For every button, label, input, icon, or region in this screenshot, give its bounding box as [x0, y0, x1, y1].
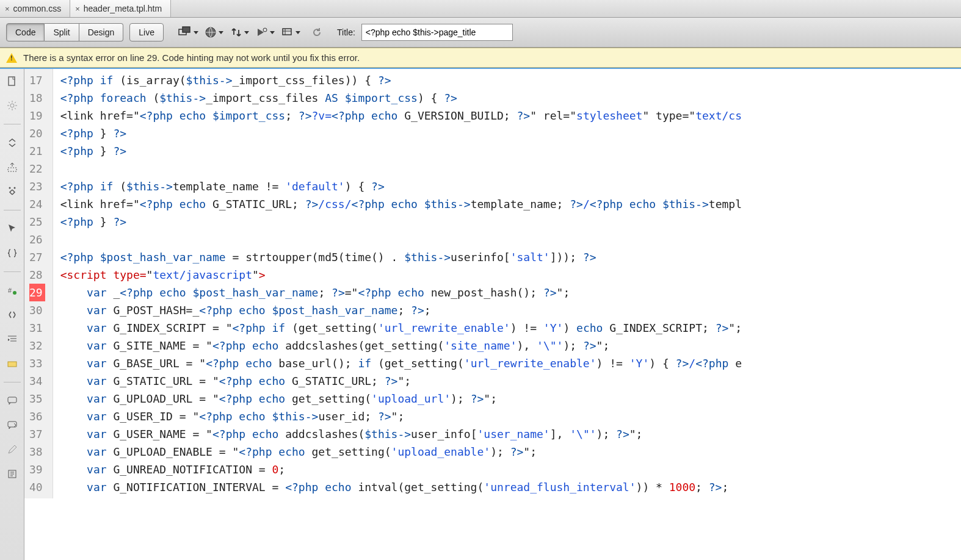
line-number: 20 [29, 124, 45, 142]
code-line[interactable]: <?php $post_hash_var_name = strtoupper(m… [60, 248, 961, 266]
svg-point-3 [263, 28, 267, 32]
line-number: 24 [29, 195, 45, 213]
line-number: 39 [29, 461, 45, 478]
close-icon[interactable]: × [5, 4, 10, 13]
tab-label: header_meta.tpl.htm [84, 4, 162, 13]
preview-icon[interactable] [254, 23, 277, 41]
code-line[interactable]: var G_UPLOAD_ENABLE = "<?php echo get_se… [60, 443, 961, 461]
line-number: 17 [29, 71, 45, 89]
main-area: # 17181920212223242526272829303132333435… [0, 68, 961, 560]
code-line[interactable]: var G_NOTIFICATION_INTERVAL = <?php echo… [60, 478, 961, 496]
code-line[interactable]: <?php if (is_array($this->_import_css_fi… [60, 71, 961, 89]
line-number: 29 [29, 284, 45, 301]
code-line[interactable]: var G_UNREAD_NOTIFICATION = 0; [60, 461, 961, 478]
gear-icon[interactable] [5, 98, 20, 113]
code-line[interactable]: var G_USER_ID = "<?php echo $this->user_… [60, 407, 961, 425]
line-number: 38 [29, 443, 45, 461]
select-icon[interactable] [5, 221, 20, 236]
code-line[interactable]: var G_USER_NAME = "<?php echo addcslashe… [60, 425, 961, 443]
code-line[interactable]: var G_POST_HASH=_<?php echo $post_hash_v… [60, 301, 961, 319]
code-line[interactable]: <?php } ?> [60, 124, 961, 142]
line-number: 32 [29, 337, 45, 354]
select-parent-icon[interactable] [5, 160, 20, 174]
code-line[interactable]: <?php foreach ($this->_import_css_files … [60, 89, 961, 107]
new-doc-icon[interactable] [5, 74, 20, 88]
code-line[interactable]: <?php if ($this->template_name != 'defau… [60, 178, 961, 195]
code-line[interactable]: <script type="text/javascript"> [60, 266, 961, 284]
recent-icon[interactable] [5, 467, 20, 481]
line-number: 30 [29, 301, 45, 319]
code-editor[interactable]: 1718192021222324252627282930313233343536… [24, 69, 961, 560]
line-number: 18 [29, 89, 45, 107]
title-label: Title: [337, 27, 355, 37]
line-number: 35 [29, 390, 45, 407]
line-number: 31 [29, 319, 45, 337]
code-line[interactable] [60, 231, 961, 248]
options-icon[interactable] [280, 23, 303, 41]
code-line[interactable]: var G_STATIC_URL = "<?php echo G_STATIC_… [60, 372, 961, 390]
title-input[interactable] [361, 24, 513, 41]
code-line[interactable]: <?php } ?> [60, 213, 961, 231]
code-line[interactable]: var G_SITE_NAME = "<?php echo addcslashe… [60, 337, 961, 354]
svg-rect-9 [8, 168, 16, 171]
line-number: 33 [29, 354, 45, 372]
code-view-button[interactable]: Code [6, 23, 45, 41]
line-number: 26 [29, 231, 45, 248]
line-number: 21 [29, 142, 45, 160]
refresh-icon[interactable] [305, 23, 328, 41]
document-tabs: × common.css × header_meta.tpl.htm [0, 0, 961, 18]
multiscreen-icon[interactable] [177, 23, 200, 41]
line-number: 34 [29, 372, 45, 390]
tag-icon[interactable] [5, 307, 20, 322]
line-number: 19 [29, 107, 45, 124]
line-number: 25 [29, 213, 45, 231]
design-view-button[interactable]: Design [79, 23, 124, 41]
file-transfer-icon[interactable] [228, 23, 252, 41]
svg-point-8 [10, 104, 14, 107]
split-view-button[interactable]: Split [45, 23, 79, 41]
svg-rect-4 [283, 29, 291, 35]
line-number: 22 [29, 160, 45, 178]
svg-rect-7 [9, 77, 15, 85]
svg-rect-18 [8, 397, 16, 403]
code-line[interactable] [60, 160, 961, 178]
syntax-warning-bar: There is a syntax error on line 29. Code… [0, 48, 961, 68]
code-line[interactable]: var _<?php echo $post_hash_var_name; ?>=… [60, 284, 961, 301]
code-braces-icon[interactable] [5, 246, 20, 260]
line-number: 40 [29, 478, 45, 496]
code-line[interactable]: <link href="<?php echo $import_css; ?>?v… [60, 107, 961, 124]
comment-icon[interactable] [5, 393, 20, 408]
comment-wrap-icon[interactable] [5, 418, 20, 433]
svg-text:#: # [8, 287, 12, 294]
globe-icon[interactable] [203, 23, 226, 41]
code-content[interactable]: <?php if (is_array($this->_import_css_fi… [53, 69, 961, 498]
line-number: 27 [29, 248, 45, 266]
line-gutter: 1718192021222324252627282930313233343536… [24, 69, 53, 498]
indent-icon[interactable] [5, 332, 20, 346]
code-line[interactable]: var G_INDEX_SCRIPT = "<?php if (get_sett… [60, 319, 961, 337]
svg-point-11 [13, 187, 15, 189]
warning-message: There is a syntax error on line 29. Code… [23, 52, 360, 63]
edit-icon[interactable] [5, 442, 20, 457]
line-number: 28 [29, 266, 45, 284]
warning-icon [6, 53, 17, 63]
code-line[interactable]: <?php } ?> [60, 142, 961, 160]
tab-header-meta[interactable]: × header_meta.tpl.htm [70, 0, 171, 17]
collapse-icon[interactable] [5, 135, 20, 150]
close-icon[interactable]: × [75, 4, 80, 13]
line-number: 23 [29, 178, 45, 195]
balance-braces-icon[interactable] [5, 184, 20, 199]
code-sidebar: # [0, 69, 24, 560]
highlight-icon[interactable] [5, 356, 20, 371]
code-line[interactable]: <link href="<?php echo G_STATIC_URL; ?>/… [60, 195, 961, 213]
code-line[interactable]: var G_BASE_URL = "<?php echo base_url();… [60, 354, 961, 372]
snippet-icon[interactable]: # [5, 283, 20, 298]
live-view-button[interactable]: Live [129, 23, 164, 41]
svg-point-10 [9, 187, 10, 189]
view-mode-group: Code Split Design [6, 23, 123, 41]
svg-point-13 [13, 291, 16, 295]
tab-label: common.css [13, 4, 62, 13]
line-number: 37 [29, 425, 45, 443]
tab-common-css[interactable]: × common.css [0, 0, 70, 17]
code-line[interactable]: var G_UPLOAD_URL = "<?php echo get_setti… [60, 390, 961, 407]
